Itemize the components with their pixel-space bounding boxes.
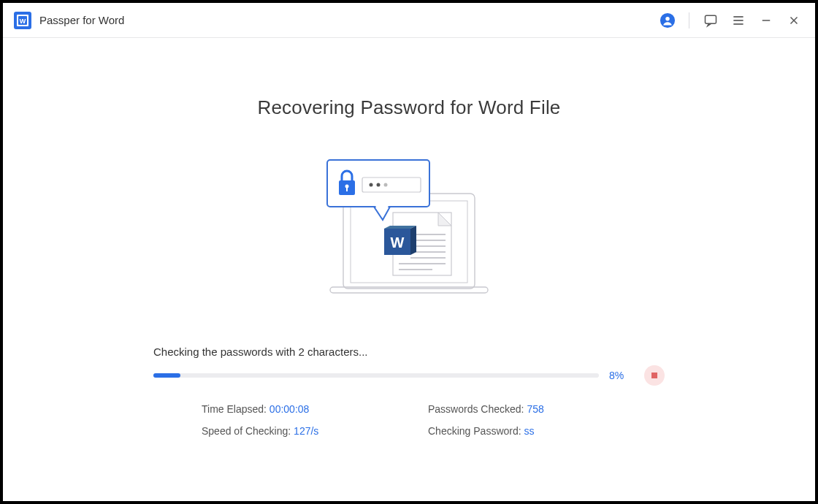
titlebar-right	[657, 9, 805, 31]
current-password-value: ss	[524, 425, 535, 437]
status-message: Checking the passwords with 2 characters…	[153, 345, 665, 358]
time-elapsed-label: Time Elapsed:	[202, 403, 270, 415]
svg-text:W: W	[20, 18, 26, 25]
stats-grid: Time Elapsed: 00:00:08 Passwords Checked…	[202, 403, 665, 437]
progress-row: 8%	[153, 365, 665, 386]
svg-rect-6	[706, 15, 716, 23]
app-window: W Passper for Word	[0, 0, 818, 504]
stat-passwords-checked: Passwords Checked: 758	[428, 403, 647, 415]
page-title: Recovering Password for Word File	[257, 96, 560, 119]
speed-value: 127/s	[294, 425, 318, 437]
account-icon[interactable]	[657, 9, 679, 31]
main-content: Recovering Password for Word File	[3, 38, 815, 501]
passwords-checked-label: Passwords Checked:	[428, 403, 527, 415]
svg-point-36	[370, 183, 373, 187]
titlebar-left: W Passper for Word	[13, 11, 124, 30]
svg-point-5	[665, 16, 670, 20]
svg-rect-13	[330, 287, 488, 293]
app-logo-icon: W	[13, 11, 32, 30]
svg-point-37	[377, 183, 381, 187]
progress-track	[153, 373, 599, 378]
stat-current-password: Checking Password: ss	[428, 425, 647, 437]
app-title: Passper for Word	[39, 14, 124, 26]
passwords-checked-value: 758	[527, 403, 543, 415]
close-button[interactable]	[783, 9, 805, 31]
svg-point-38	[384, 183, 388, 187]
time-elapsed-value: 00:00:08	[270, 403, 310, 415]
feedback-icon[interactable]	[700, 9, 722, 31]
svg-marker-27	[410, 226, 416, 255]
progress-fill	[153, 373, 180, 378]
stat-time-elapsed: Time Elapsed: 00:00:08	[202, 403, 421, 415]
stop-icon	[651, 373, 657, 378]
illustration: W	[314, 156, 504, 302]
svg-rect-34	[346, 187, 348, 191]
minimize-button[interactable]	[755, 9, 777, 31]
titlebar-divider	[689, 12, 689, 28]
speed-label: Speed of Checking:	[202, 425, 294, 437]
progress-percent: 8%	[609, 370, 634, 381]
titlebar: W Passper for Word	[3, 3, 815, 38]
stat-speed: Speed of Checking: 127/s	[202, 425, 421, 437]
menu-icon[interactable]	[727, 9, 749, 31]
current-password-label: Checking Password:	[428, 425, 524, 437]
svg-text:W: W	[391, 234, 405, 251]
progress-area: Checking the passwords with 2 characters…	[153, 345, 665, 437]
stop-button[interactable]	[644, 365, 665, 386]
